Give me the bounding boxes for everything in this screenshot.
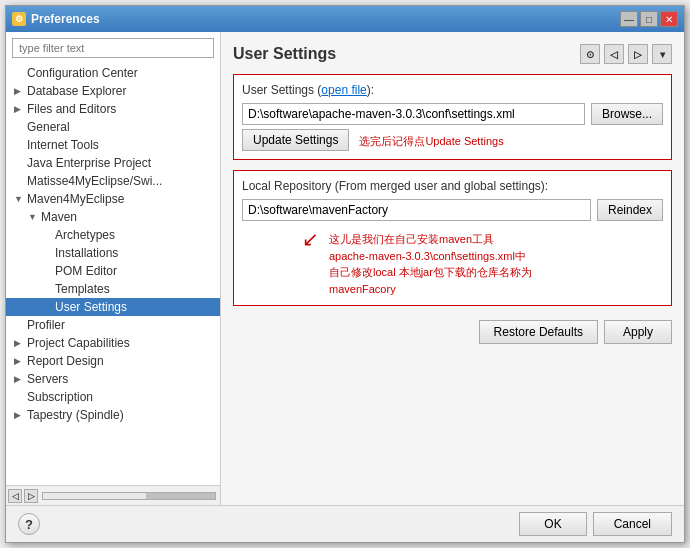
- reindex-button[interactable]: Reindex: [597, 199, 663, 221]
- sidebar-item-user-settings[interactable]: User Settings: [6, 298, 220, 316]
- sidebar-item-label: Internet Tools: [27, 138, 99, 152]
- sidebar-item-general[interactable]: General: [6, 118, 220, 136]
- sidebar-item-label: Archetypes: [55, 228, 115, 242]
- sidebar-item-report-design[interactable]: ▶Report Design: [6, 352, 220, 370]
- update-settings-button[interactable]: Update Settings: [242, 129, 349, 151]
- sidebar-item-subscription[interactable]: Subscription: [6, 388, 220, 406]
- help-button[interactable]: ?: [18, 513, 40, 535]
- sidebar-item-label: Report Design: [27, 354, 104, 368]
- sidebar-item-label: User Settings: [55, 300, 127, 314]
- maximize-button[interactable]: □: [640, 11, 658, 27]
- sidebar-item-label: Templates: [55, 282, 110, 296]
- user-settings-input-row: Browse...: [242, 103, 663, 125]
- titlebar: ⚙ Preferences — □ ✕: [6, 6, 684, 32]
- browse-button[interactable]: Browse...: [591, 103, 663, 125]
- bottom-right-buttons: OK Cancel: [519, 512, 672, 536]
- sidebar-item-tapestry-spindle[interactable]: ▶Tapestry (Spindle): [6, 406, 220, 424]
- main-content: Configuration Center▶Database Explorer▶F…: [6, 32, 684, 505]
- cancel-button[interactable]: Cancel: [593, 512, 672, 536]
- arrow-icon: ▶: [14, 374, 24, 384]
- sidebar-item-label: Profiler: [27, 318, 65, 332]
- sidebar-item-label: Files and Editors: [27, 102, 116, 116]
- sidebar-item-label: Java Enterprise Project: [27, 156, 151, 170]
- open-file-link[interactable]: open file: [321, 83, 366, 97]
- sidebar-item-files-and-editors[interactable]: ▶Files and Editors: [6, 100, 220, 118]
- sidebar-item-label: Subscription: [27, 390, 93, 404]
- sidebar-item-label: Matisse4MyEclipse/Swi...: [27, 174, 162, 188]
- sidebar-item-label: General: [27, 120, 70, 134]
- window-icon: ⚙: [12, 12, 26, 26]
- sidebar-item-label: Configuration Center: [27, 66, 138, 80]
- panel-title-row: User Settings ⊙ ◁ ▷ ▾: [233, 44, 672, 64]
- bottom-bar: ? OK Cancel: [6, 505, 684, 542]
- arrow-icon: ▶: [14, 410, 24, 420]
- local-repo-path-input[interactable]: [242, 199, 591, 221]
- sidebar-item-maven[interactable]: ▼Maven: [6, 208, 220, 226]
- annotation-text-block: 这儿是我们在自己安装maven工具 apache-maven-3.0.3\con…: [329, 231, 532, 297]
- local-repo-input-row: Reindex: [242, 199, 663, 221]
- panel-title-text: User Settings: [233, 45, 336, 63]
- nav-home-button[interactable]: ⊙: [580, 44, 600, 64]
- filter-input[interactable]: [12, 38, 214, 58]
- sidebar-item-java-enterprise-project[interactable]: Java Enterprise Project: [6, 154, 220, 172]
- sidebar-forward-button[interactable]: ▷: [24, 489, 38, 503]
- arrow-icon: ▶: [14, 356, 24, 366]
- sidebar-item-configuration-center[interactable]: Configuration Center: [6, 64, 220, 82]
- sidebar-scroll-area: Configuration Center▶Database Explorer▶F…: [6, 64, 220, 485]
- user-settings-section: User Settings (open file): Browse... Upd…: [233, 74, 672, 160]
- sidebar-item-archetypes[interactable]: Archetypes: [6, 226, 220, 244]
- sidebar-item-matisse4myeclipse[interactable]: Matisse4MyEclipse/Swi...: [6, 172, 220, 190]
- sidebar-item-servers[interactable]: ▶Servers: [6, 370, 220, 388]
- titlebar-controls: — □ ✕: [620, 11, 678, 27]
- restore-defaults-button[interactable]: Restore Defaults: [479, 320, 598, 344]
- arrow-icon: ▶: [14, 104, 24, 114]
- ok-button[interactable]: OK: [519, 512, 586, 536]
- nav-forward-button[interactable]: ▷: [628, 44, 648, 64]
- section-actions: Restore Defaults Apply: [233, 320, 672, 344]
- user-settings-path-input[interactable]: [242, 103, 585, 125]
- close-button[interactable]: ✕: [660, 11, 678, 27]
- annotation-arrow: ↙: [302, 227, 319, 297]
- sidebar-bottom: ◁ ▷: [6, 485, 220, 505]
- sidebar-item-installations[interactable]: Installations: [6, 244, 220, 262]
- sidebar-item-label: POM Editor: [55, 264, 117, 278]
- panel-nav-buttons: ⊙ ◁ ▷ ▾: [580, 44, 672, 64]
- arrow-icon: ▶: [14, 338, 24, 348]
- sidebar-tree: Configuration Center▶Database Explorer▶F…: [6, 64, 220, 485]
- apply-button[interactable]: Apply: [604, 320, 672, 344]
- sidebar-item-label: Project Capabilities: [27, 336, 130, 350]
- preferences-window: ⚙ Preferences — □ ✕ Configuration Center…: [5, 5, 685, 543]
- sidebar-back-button[interactable]: ◁: [8, 489, 22, 503]
- user-settings-label: User Settings (open file):: [242, 83, 663, 97]
- main-panel: User Settings ⊙ ◁ ▷ ▾ User Settings (ope…: [221, 32, 684, 505]
- sidebar-item-project-capabilities[interactable]: ▶Project Capabilities: [6, 334, 220, 352]
- nav-back-button[interactable]: ◁: [604, 44, 624, 64]
- sidebar: Configuration Center▶Database Explorer▶F…: [6, 32, 221, 505]
- sidebar-item-label: Maven: [41, 210, 77, 224]
- sidebar-item-internet-tools[interactable]: Internet Tools: [6, 136, 220, 154]
- sidebar-item-label: Tapestry (Spindle): [27, 408, 124, 422]
- sidebar-scrollbar-track: [42, 492, 216, 500]
- sidebar-item-label: Maven4MyEclipse: [27, 192, 124, 206]
- sidebar-scrollbar-thumb: [43, 493, 146, 499]
- arrow-icon: ▶: [14, 86, 24, 96]
- sidebar-item-label: Installations: [55, 246, 118, 260]
- window-title: Preferences: [31, 12, 100, 26]
- update-row: Update Settings 选完后记得点Update Settings: [242, 129, 663, 151]
- nav-menu-button[interactable]: ▾: [652, 44, 672, 64]
- sidebar-item-maven4myeclipse[interactable]: ▼Maven4MyEclipse: [6, 190, 220, 208]
- sidebar-item-profiler[interactable]: Profiler: [6, 316, 220, 334]
- arrow-icon: ▼: [14, 194, 24, 204]
- minimize-button[interactable]: —: [620, 11, 638, 27]
- sidebar-item-templates[interactable]: Templates: [6, 280, 220, 298]
- sidebar-item-label: Database Explorer: [27, 84, 126, 98]
- sidebar-item-label: Servers: [27, 372, 68, 386]
- local-repo-section: Local Repository (From merged user and g…: [233, 170, 672, 306]
- annotation-area: ↙ 这儿是我们在自己安装maven工具 apache-maven-3.0.3\c…: [242, 227, 663, 297]
- arrow-icon: ▼: [28, 212, 38, 222]
- sidebar-item-pom-editor[interactable]: POM Editor: [6, 262, 220, 280]
- local-repo-label: Local Repository (From merged user and g…: [242, 179, 663, 193]
- update-hint: 选完后记得点Update Settings: [359, 134, 503, 149]
- sidebar-item-database-explorer[interactable]: ▶Database Explorer: [6, 82, 220, 100]
